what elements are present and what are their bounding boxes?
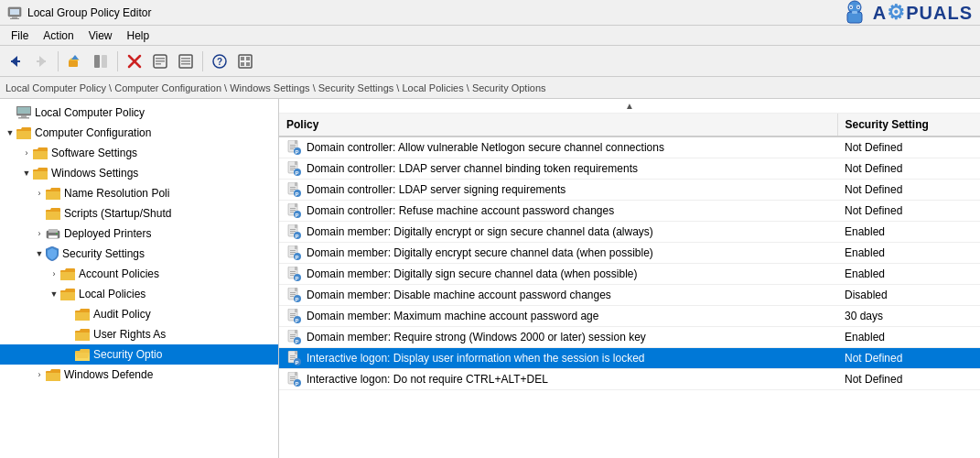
tree-item-local-policies[interactable]: ▼ Local Policies <box>0 284 278 304</box>
forward-button[interactable] <box>29 49 53 73</box>
expand-icon-defender: › <box>33 368 46 381</box>
table-row[interactable]: PDomain member: Disable machine account … <box>279 285 980 306</box>
svg-rect-73 <box>290 191 294 191</box>
folder-icon <box>46 188 60 200</box>
svg-rect-113 <box>290 313 296 314</box>
svg-text:P: P <box>296 381 299 387</box>
tree-item-user-rights[interactable]: User Rights As <box>0 324 278 344</box>
svg-rect-71 <box>290 187 296 188</box>
table-row[interactable]: PDomain member: Digitally sign secure ch… <box>279 264 980 285</box>
menu-file[interactable]: File <box>4 27 36 44</box>
policy-text: Interactive logon: Display user informat… <box>307 352 645 365</box>
svg-marker-84 <box>295 224 297 228</box>
svg-rect-100 <box>290 273 296 274</box>
svg-rect-38 <box>21 115 27 117</box>
tree-item-software-settings[interactable]: › Software Settings <box>0 143 278 163</box>
scroll-up-button[interactable]: ▲ <box>279 99 980 114</box>
tree-item-windows-defender[interactable]: › Windows Defende <box>0 365 278 385</box>
expand-icon-account: › <box>48 267 60 280</box>
svg-rect-129 <box>290 359 294 360</box>
tree-label-computer-config: Computer Configuration <box>35 126 151 139</box>
col-security-header[interactable]: Security Setting <box>837 114 980 136</box>
svg-rect-51 <box>75 312 90 321</box>
table-row[interactable]: PDomain member: Digitally encrypt secure… <box>279 243 980 264</box>
svg-rect-80 <box>290 212 294 213</box>
tree-label-software-settings: Software Settings <box>51 147 137 159</box>
tree-item-account-policies[interactable]: › Account Policies <box>0 264 278 284</box>
tree-label-name-resolution: Name Resolution Poli <box>64 187 169 200</box>
policy-cell: PDomain controller: LDAP server channel … <box>279 158 837 179</box>
svg-rect-101 <box>290 275 294 276</box>
policy-cell: PDomain member: Digitally sign secure ch… <box>279 264 837 284</box>
tree-item-security-settings[interactable]: ▼ Security Settings <box>0 244 278 264</box>
menu-help[interactable]: Help <box>120 27 157 44</box>
table-row[interactable]: PDomain controller: Refuse machine accou… <box>279 201 980 222</box>
table-row[interactable]: PDomain controller: Allow vulnerable Net… <box>279 136 980 158</box>
policy-icon: P <box>286 161 301 176</box>
table-row[interactable]: PDomain member: Digitally encrypt or sig… <box>279 222 980 243</box>
table-row[interactable]: PDomain member: Maximum machine account … <box>279 306 980 327</box>
policy-icon: P <box>286 372 301 387</box>
table-row[interactable]: PDomain controller: LDAP server channel … <box>279 158 980 180</box>
tree-label-windows-settings: Windows Settings <box>51 167 138 180</box>
svg-rect-79 <box>290 210 296 211</box>
tree-item-scripts[interactable]: Scripts (Startup/Shutd <box>0 203 278 224</box>
svg-rect-128 <box>290 357 296 358</box>
policy-icon: P <box>286 267 301 281</box>
menu-view[interactable]: View <box>81 27 120 44</box>
tree-item-security-options[interactable]: Security Optio <box>0 344 278 365</box>
tree-label-local-policies: Local Policies <box>79 288 145 300</box>
security-setting-cell: Not Defined <box>837 201 980 222</box>
svg-rect-136 <box>290 380 294 381</box>
col-policy-header[interactable]: Policy <box>279 114 837 136</box>
table-row[interactable]: PInteractive logon: Do not require CTRL+… <box>279 369 980 390</box>
expand-icon <box>4 106 16 119</box>
tree-item-computer-config[interactable]: ▼ Computer Configuration <box>0 123 278 143</box>
svg-rect-64 <box>290 166 296 167</box>
svg-rect-94 <box>290 254 294 255</box>
tree-item-name-resolution[interactable]: › Name Resolution Poli <box>0 183 278 203</box>
back-button[interactable] <box>4 49 27 73</box>
policy-cell: PDomain controller: LDAP server signing … <box>279 180 837 200</box>
svg-rect-34 <box>246 57 250 60</box>
tree-item-audit-policy[interactable]: Audit Policy <box>0 304 278 324</box>
tree-label-security-settings: Security Settings <box>62 247 145 260</box>
svg-rect-37 <box>17 107 30 114</box>
security-setting-cell: Enabled <box>837 222 980 243</box>
svg-rect-41 <box>33 151 48 159</box>
menu-action[interactable]: Action <box>36 27 81 44</box>
svg-text:P: P <box>296 276 299 281</box>
delete-button[interactable] <box>123 49 146 73</box>
export-button[interactable] <box>174 49 198 73</box>
tree-item-local-computer-policy[interactable]: Local Computer Policy <box>0 103 278 123</box>
policy-text: Domain controller: LDAP server signing r… <box>307 183 565 196</box>
toolbar-sep-1 <box>58 51 59 71</box>
content-scroll-area[interactable]: Policy Security Setting PDomain controll… <box>279 114 980 458</box>
menu-bar: File Action View Help <box>0 26 980 46</box>
folder-up-button[interactable] <box>63 49 87 73</box>
svg-rect-85 <box>290 229 296 230</box>
svg-rect-44 <box>46 212 60 220</box>
expand-icon-scripts <box>33 207 46 220</box>
folder-icon <box>60 268 75 280</box>
svg-text:P: P <box>296 191 299 197</box>
policy-icon: P <box>286 330 301 344</box>
svg-rect-27 <box>181 60 190 62</box>
help-button[interactable]: ? <box>208 49 232 73</box>
show-hide-button[interactable] <box>89 49 113 73</box>
tree-item-deployed-printers[interactable]: › Deployed Printers <box>0 224 278 244</box>
folder-icon <box>16 127 31 139</box>
table-row[interactable]: PInteractive logon: Display user informa… <box>279 348 980 369</box>
folder-icon <box>75 329 90 341</box>
properties-button[interactable] <box>148 49 172 73</box>
svg-rect-49 <box>60 272 75 280</box>
table-row[interactable]: PDomain controller: LDAP server signing … <box>279 180 980 201</box>
svg-text:P: P <box>296 234 299 239</box>
table-row[interactable]: PDomain member: Require strong (Windows … <box>279 327 980 348</box>
svg-rect-66 <box>290 169 294 170</box>
tree-panel[interactable]: Local Computer Policy ▼ Computer Configu… <box>0 99 279 458</box>
filter-button[interactable] <box>233 49 257 73</box>
security-setting-cell: Not Defined <box>837 348 980 369</box>
tree-item-windows-settings[interactable]: ▼ Windows Settings <box>0 163 278 183</box>
svg-rect-42 <box>33 171 48 180</box>
